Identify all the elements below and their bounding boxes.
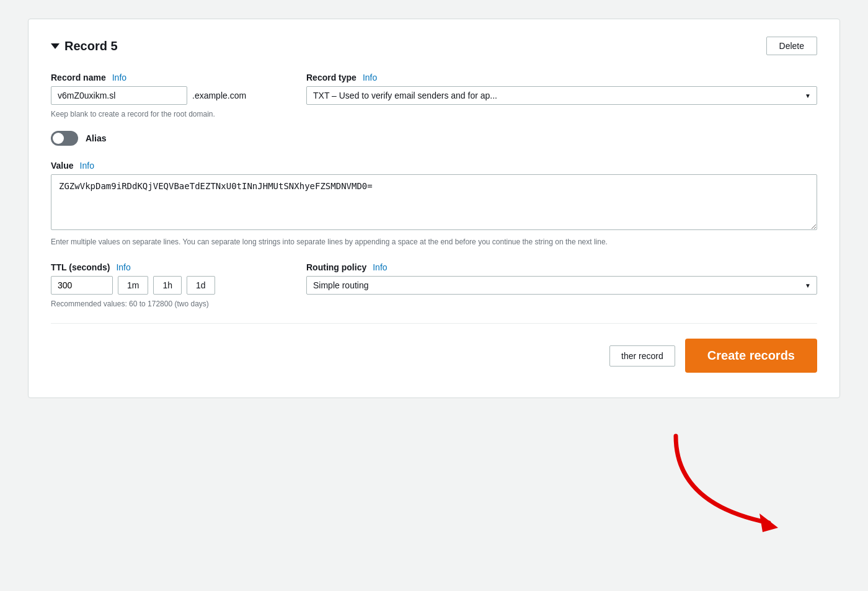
record-type-group: Record type Info TXT – Used to verify em… — [306, 73, 817, 118]
domain-suffix: .example.com — [192, 91, 246, 100]
delete-button[interactable]: Delete — [766, 37, 817, 55]
ttl-info-link[interactable]: Info — [116, 262, 130, 272]
value-label: Value — [51, 161, 74, 171]
ttl-1m-button[interactable]: 1m — [118, 276, 148, 295]
record-type-info-link[interactable]: Info — [363, 73, 377, 82]
record-name-input[interactable] — [51, 86, 187, 105]
section-divider — [51, 323, 817, 324]
another-record-partial-text: ther record — [621, 351, 663, 361]
routing-policy-group: Routing policy Info Simple routing Weigh… — [306, 262, 817, 295]
alias-toggle[interactable] — [51, 131, 78, 146]
add-another-record-button[interactable]: ther record — [609, 345, 675, 367]
record-type-label: Record type — [306, 73, 356, 82]
record-type-select[interactable]: TXT – Used to verify email senders and f… — [306, 86, 817, 105]
annotation-arrow — [626, 417, 837, 554]
value-textarea[interactable]: ZGZwVkpDam9iRDdKQjVEQVBaeTdEZTNxU0tINnJH… — [51, 174, 817, 230]
alias-row: Alias — [51, 131, 817, 146]
svg-marker-0 — [760, 513, 778, 532]
ttl-1d-button[interactable]: 1d — [187, 276, 215, 295]
record-type-select-wrapper: TXT – Used to verify email senders and f… — [306, 86, 817, 105]
routing-policy-info-link[interactable]: Info — [373, 262, 387, 272]
routing-policy-select-wrapper: Simple routing Weighted Latency Failover — [306, 276, 817, 295]
bottom-buttons: ther record Create records — [51, 339, 817, 373]
record-name-hint: Keep blank to create a record for the ro… — [51, 110, 286, 118]
value-info-link[interactable]: Info — [80, 161, 94, 171]
value-group: Value Info ZGZwVkpDam9iRDdKQjVEQVBaeTdEZ… — [51, 161, 817, 247]
collapse-icon[interactable] — [51, 43, 60, 49]
record-name-group: Record name Info .example.com Keep blank… — [51, 73, 286, 118]
record-name-info-link[interactable]: Info — [112, 73, 126, 82]
alias-slider — [51, 131, 78, 146]
ttl-label: TTL (seconds) — [51, 262, 110, 272]
routing-policy-select[interactable]: Simple routing Weighted Latency Failover — [306, 276, 817, 295]
value-hint: Enter multiple values on separate lines.… — [51, 236, 817, 247]
ttl-group: TTL (seconds) Info 1m 1h 1d Recommended … — [51, 262, 286, 308]
ttl-input[interactable] — [51, 276, 113, 295]
routing-policy-label: Routing policy — [306, 262, 366, 272]
record-name-label: Record name — [51, 73, 106, 82]
alias-label: Alias — [86, 133, 106, 143]
ttl-hint: Recommended values: 60 to 172800 (two da… — [51, 300, 286, 308]
create-records-button[interactable]: Create records — [685, 339, 817, 373]
ttl-1h-button[interactable]: 1h — [153, 276, 182, 295]
record-title: Record 5 — [51, 39, 118, 53]
